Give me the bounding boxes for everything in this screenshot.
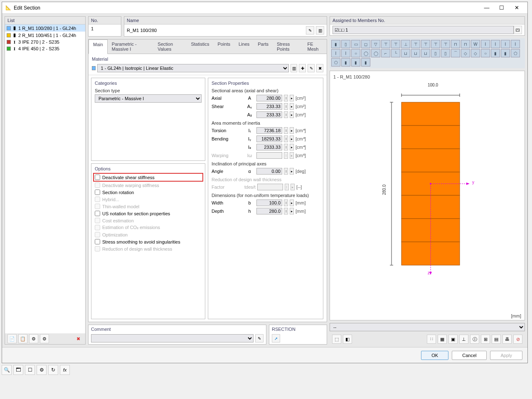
shape-button[interactable]: ▮ (501, 49, 510, 57)
list-item[interactable]: I4 IPE 450 | 2 - S235 (5, 45, 85, 52)
shape-button[interactable]: ▯ (441, 49, 450, 57)
pv-tool-1-icon[interactable]: ⬚ (332, 335, 341, 344)
shape-button[interactable]: ⊥ (401, 40, 410, 48)
flyout-icon[interactable]: ▸ (290, 208, 294, 214)
pv-tool-7-icon[interactable]: Ⓘ (470, 335, 479, 344)
shape-button[interactable]: ⊤ (441, 40, 450, 48)
stepper-icon[interactable]: ⁞ (284, 111, 288, 118)
tab-parametric-massive-i[interactable]: Parametric - Massive I (108, 39, 154, 54)
minimize-button[interactable]: — (479, 3, 494, 13)
assigned-pick-icon[interactable]: ⮹ (514, 26, 522, 34)
prop-input[interactable] (256, 127, 282, 134)
edit-name-icon[interactable]: ✎ (306, 26, 314, 34)
status-2-icon[interactable]: 🗔 (13, 365, 23, 375)
pv-tool-4-icon[interactable]: ▦ (438, 335, 447, 344)
close-button[interactable]: ✕ (509, 3, 524, 13)
flyout-icon[interactable]: ▸ (290, 135, 294, 142)
shape-button[interactable]: ⬠ (331, 58, 340, 66)
shape-button[interactable]: ⊤ (431, 40, 440, 48)
shape-button[interactable]: I (331, 49, 340, 57)
shape-button[interactable]: ⊤ (421, 40, 430, 48)
material-select[interactable]: 1 - GL24h | Isotropic | Linear Elastic (97, 64, 289, 72)
shape-button[interactable]: ⊔ (401, 49, 410, 57)
prop-input[interactable] (256, 200, 282, 206)
shape-button[interactable]: ○ (481, 49, 490, 57)
shape-button[interactable]: ▮ (331, 40, 340, 48)
material-new-icon[interactable]: ✚ (299, 64, 306, 72)
comment-select[interactable] (91, 334, 254, 342)
material-library-icon[interactable]: ▥ (291, 64, 298, 72)
shape-button[interactable]: ◯ (361, 49, 370, 57)
prop-input[interactable] (256, 111, 282, 118)
shape-button[interactable]: ⊓ (461, 40, 470, 48)
option-row[interactable]: Stress smoothing to avoid singularities (95, 238, 202, 245)
shape-button[interactable]: I (511, 40, 520, 48)
prop-input[interactable] (256, 144, 282, 150)
shape-button[interactable]: └ (391, 49, 400, 57)
pv-tool-8-icon[interactable]: ⊞ (481, 335, 490, 344)
status-1-icon[interactable]: 🔍 (2, 365, 12, 375)
prop-input[interactable] (256, 95, 282, 101)
shape-button[interactable]: ⬠ (511, 49, 520, 57)
shape-button[interactable]: W (471, 40, 480, 48)
status-6-icon[interactable]: fx (60, 365, 70, 375)
pv-tool-3-icon[interactable]: ∷ (427, 335, 436, 344)
shape-button[interactable]: I (341, 49, 350, 57)
material-edit-icon[interactable]: ✎ (308, 64, 315, 72)
stepper-icon[interactable]: ⁞ (284, 95, 288, 101)
section-type-select[interactable]: Parametric - Massive I (95, 94, 202, 103)
shape-button[interactable]: ⌒ (451, 49, 460, 57)
preview-mode-select[interactable]: -- (330, 323, 525, 331)
section-list[interactable]: ▮1 R_M1 100/280 | 1 - GL24h▮2 R_M1 100/4… (5, 25, 85, 333)
flyout-icon[interactable]: ▸ (290, 168, 294, 175)
tool-b-icon[interactable]: ⚙ (40, 334, 49, 343)
shape-button[interactable]: ◯ (371, 49, 380, 57)
shape-button[interactable]: ▮ (491, 49, 500, 57)
tab-points[interactable]: Points (213, 39, 234, 54)
material-delete-icon[interactable]: ✖ (316, 64, 323, 72)
stepper-icon[interactable]: ⁞ (284, 103, 288, 110)
stepper-icon[interactable]: ⁞ (284, 127, 288, 134)
tab-statistics[interactable]: Statistics (187, 39, 213, 54)
shape-button[interactable]: ◇ (461, 49, 470, 57)
stepper-icon[interactable]: ⁞ (284, 168, 288, 175)
flyout-icon[interactable]: ▸ (290, 200, 294, 206)
delete-icon[interactable]: ✖ (74, 334, 83, 343)
rsection-open-icon[interactable]: ➚ (272, 334, 280, 342)
flyout-icon[interactable]: ▸ (290, 127, 294, 134)
option-checkbox[interactable] (95, 211, 100, 216)
prop-input[interactable] (256, 135, 282, 142)
tab-stress-points[interactable]: Stress Points (273, 39, 303, 54)
no-input[interactable] (91, 26, 118, 31)
shape-button[interactable]: ◻ (361, 40, 370, 48)
option-row[interactable]: Section rotation (95, 189, 202, 196)
tool-a-icon[interactable]: ⚙ (29, 334, 38, 343)
tab-section-values[interactable]: Section Values (153, 39, 187, 54)
option-checkbox[interactable] (95, 175, 100, 180)
shape-button[interactable]: ▮ (351, 58, 360, 66)
shape-button[interactable]: ⊤ (391, 40, 400, 48)
shape-button[interactable]: ⌐ (381, 49, 390, 57)
shape-button[interactable]: ▯ (431, 49, 440, 57)
apply-button[interactable]: Apply (490, 351, 522, 360)
prop-input[interactable] (256, 168, 282, 175)
cancel-button[interactable]: Cancel (452, 351, 487, 360)
shape-button[interactable]: ▮ (341, 58, 350, 66)
status-3-icon[interactable]: ☐ (25, 365, 35, 375)
pv-tool-6-icon[interactable]: ⊥ (459, 335, 468, 344)
prop-input[interactable] (256, 208, 282, 214)
name-input[interactable] (127, 28, 304, 33)
shape-button[interactable]: ⊔ (411, 49, 420, 57)
tab-fe-mesh[interactable]: FE Mesh (303, 39, 327, 54)
shape-button[interactable]: ○ (351, 49, 360, 57)
option-checkbox[interactable] (95, 239, 100, 244)
comment-edit-icon[interactable]: ✎ (255, 334, 264, 342)
copy-icon[interactable]: 📋 (18, 334, 27, 343)
option-checkbox[interactable] (95, 190, 100, 195)
pv-tool-9-icon[interactable]: ▤ (492, 335, 501, 344)
new-icon[interactable]: 📄 (7, 334, 17, 343)
pv-tool-2-icon[interactable]: ◧ (343, 335, 352, 344)
assigned-input[interactable] (332, 26, 514, 34)
shape-button[interactable]: ▯ (341, 40, 350, 48)
shape-button[interactable]: ▽ (371, 40, 380, 48)
